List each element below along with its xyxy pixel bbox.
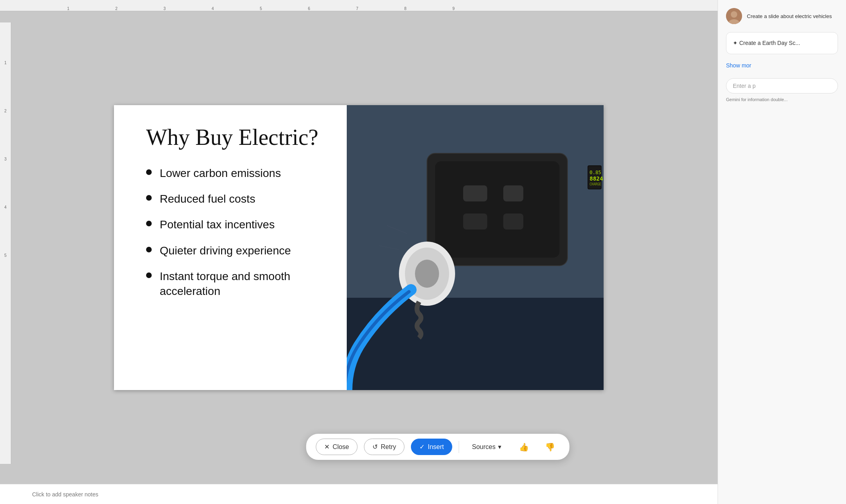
svg-rect-5 (503, 185, 523, 201)
ruler-vmark-1: 1 (0, 61, 11, 65)
action-bar: ✕ Close ↺ Retry ✓ Insert Sources ▾ 👍 👎 (306, 434, 569, 460)
bullet-dot-1 (146, 169, 152, 175)
insert-button[interactable]: ✓ Insert (411, 439, 452, 455)
ruler-vmark-4: 4 (0, 205, 11, 209)
ruler-vmark-5: 5 (0, 253, 11, 258)
svg-rect-3 (435, 161, 559, 258)
ruler-mark-1: 1 (67, 6, 69, 11)
bullet-dot-4 (146, 247, 152, 252)
sidebar-prompt: Create a slide about electric vehicles (747, 12, 832, 20)
slide[interactable]: Why Buy Electric? Lower carbon emissions… (114, 105, 604, 390)
bullet-dot-3 (146, 221, 152, 226)
svg-rect-4 (463, 185, 487, 201)
ev-charging-svg: 0.85 8824 CHARGE (347, 105, 604, 390)
ruler-top: 1 2 3 4 5 6 7 8 9 (0, 0, 718, 11)
svg-point-19 (731, 11, 737, 18)
bullet-text-3: Potential tax incentives (160, 217, 275, 232)
avatar (726, 8, 742, 24)
ruler-mark-3: 3 (163, 6, 166, 11)
ruler-mark-6: 6 (308, 6, 310, 11)
bullet-dot-2 (146, 195, 152, 201)
thumbs-up-button[interactable]: 👍 (514, 439, 534, 455)
sidebar-input-placeholder: Enter a p (733, 83, 756, 89)
sidebar-header: Create a slide about electric vehicles (726, 8, 838, 24)
bullet-item-3[interactable]: Potential tax incentives (146, 217, 331, 232)
slide-right-panel: 0.85 8824 CHARGE (347, 105, 604, 390)
slide-bullet-list: Lower carbon emissions Reduced fuel cost… (146, 166, 331, 310)
svg-point-10 (415, 260, 439, 288)
ruler-mark-5: 5 (260, 6, 262, 11)
thumbs-up-icon: 👍 (519, 442, 529, 452)
close-button[interactable]: ✕ Close (316, 439, 358, 455)
notes-placeholder: Click to add speaker notes (32, 491, 98, 498)
sidebar-input[interactable]: Enter a p (726, 78, 838, 93)
ruler-mark-7: 7 (356, 6, 358, 11)
insert-label: Insert (428, 443, 444, 451)
ruler-mark-4: 4 (212, 6, 214, 11)
slide-container: 1 2 3 4 5 Why Buy Electric? Lower carbon… (0, 11, 718, 484)
sources-button[interactable]: Sources ▾ (466, 439, 508, 455)
gemini-suggestion-box: ✦ Create a Earth Day Sc... (726, 32, 838, 54)
ruler-vmark-2: 2 (0, 109, 11, 113)
svg-text:8824: 8824 (590, 175, 603, 182)
svg-text:CHARGE: CHARGE (590, 183, 601, 186)
bullet-item-1[interactable]: Lower carbon emissions (146, 166, 331, 181)
sidebar-input-area: Enter a p (726, 78, 838, 93)
sources-label: Sources (472, 443, 496, 451)
check-icon: ✓ (419, 443, 425, 451)
svg-text:0.85: 0.85 (590, 170, 601, 175)
notes-bar[interactable]: Click to add speaker notes (0, 484, 718, 504)
bullet-dot-5 (146, 272, 152, 278)
ruler-mark-8: 8 (404, 6, 407, 11)
ruler-mark-9: 9 (452, 6, 455, 11)
thumbs-down-button[interactable]: 👎 (540, 439, 560, 455)
bullet-item-5[interactable]: Instant torque and smooth acceleration (146, 269, 331, 299)
sidebar-footer: Gemini for information double... (726, 97, 838, 103)
bullet-text-5: Instant torque and smooth acceleration (160, 269, 331, 299)
sidebar-footer-text: Gemini for information double... (726, 97, 787, 102)
ruler-left: 1 2 3 4 5 (0, 22, 11, 464)
svg-rect-7 (503, 213, 523, 230)
retry-button[interactable]: ↺ Retry (364, 439, 405, 455)
slide-left-panel: Why Buy Electric? Lower carbon emissions… (114, 105, 347, 390)
ruler-mark-2: 2 (115, 6, 118, 11)
ruler-vmark-3: 3 (0, 157, 11, 161)
action-bar-divider (459, 441, 459, 453)
main-area: 1 2 3 4 5 6 7 8 9 1 2 3 4 5 Why Buy Elec… (0, 0, 718, 504)
bullet-item-4[interactable]: Quieter driving experience (146, 244, 331, 258)
right-sidebar: Create a slide about electric vehicles ✦… (718, 0, 846, 504)
bullet-text-2: Reduced fuel costs (160, 192, 255, 206)
show-more-button[interactable]: Show mor (726, 61, 838, 70)
sidebar-prompt-text: Create a slide about electric vehicles (747, 13, 832, 19)
gemini-suggestion-text: ✦ Create a Earth Day Sc... (733, 39, 831, 47)
svg-rect-6 (463, 213, 487, 230)
bullet-text-1: Lower carbon emissions (160, 166, 281, 181)
retry-label: Retry (381, 443, 396, 451)
close-label: Close (333, 443, 349, 451)
ev-charging-image: 0.85 8824 CHARGE (347, 105, 604, 390)
bullet-item-2[interactable]: Reduced fuel costs (146, 192, 331, 206)
thumbs-down-icon: 👎 (545, 442, 555, 452)
close-icon: ✕ (324, 443, 329, 451)
retry-icon: ↺ (372, 443, 378, 451)
slide-title[interactable]: Why Buy Electric? (146, 125, 331, 150)
sources-chevron-icon: ▾ (498, 443, 501, 451)
show-more-label: Show mor (726, 62, 751, 69)
bullet-text-4: Quieter driving experience (160, 244, 291, 258)
